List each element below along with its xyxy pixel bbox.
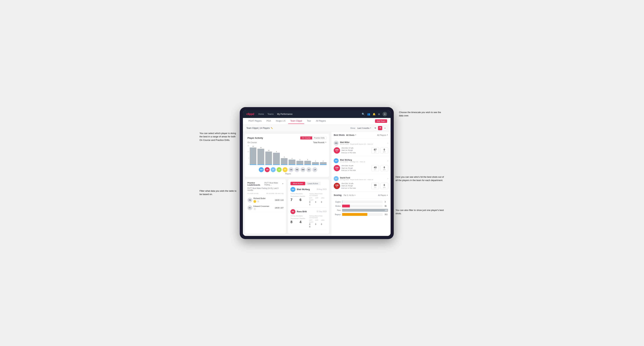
add-circle-icon[interactable]: ⊕ <box>378 113 380 116</box>
all-shots-tab[interactable]: All Shots ▼ <box>346 134 356 136</box>
nav-link-teams[interactable]: Teams <box>268 112 274 116</box>
bar-9 <box>312 162 319 165</box>
shot-player-details-3: 24 Aug 2023 · Royal North Devon GC · Hol… <box>340 179 373 180</box>
show-dropdown[interactable]: Last 3 months ▼ <box>357 127 371 129</box>
practice-label-2: Practice <box>300 218 308 219</box>
shot-player-details-1: 09 Jun 2023 · Royal North Devon GC · Hol… <box>340 143 373 145</box>
practice-val-1: 6 <box>300 198 308 202</box>
search-icon[interactable]: 🔍 <box>362 113 365 116</box>
practice-activities-label-2: Total Practice Activities <box>309 215 326 219</box>
bar-value-8: 3 <box>307 159 308 161</box>
shot-start-lie-1: Start Lie: Rough <box>342 149 370 152</box>
player-avatar-8: MM <box>300 167 306 172</box>
scoring-filter-1-label: Par 3, 4 & 5s <box>344 194 354 196</box>
shot-yds-label-1: yds <box>374 151 376 153</box>
shot-dist-2: Shot Dist: 43 yds <box>342 165 370 167</box>
player-activity-card: Player Activity On Course Practice Drill… <box>245 134 329 177</box>
subnav-pgat[interactable]: PGAT Players <box>246 118 264 124</box>
shot-sg-value-2: 200 <box>335 167 338 169</box>
bogeys-label: Bogeys <box>334 213 341 215</box>
col-player-name: PLAYER NAME <box>248 192 266 194</box>
all-players-tab[interactable]: All Players ▼ <box>377 134 388 136</box>
best-shots-title: Best Shots <box>334 134 345 136</box>
right-panel: Best Shots All Shots ▼ All Players ▼ <box>331 132 390 236</box>
shot-card-3[interactable]: DF David Ford 24 Aug 2023 · Royal North … <box>331 174 390 192</box>
bar-3 <box>265 152 272 165</box>
bar-value-6: 4 <box>292 158 292 159</box>
y-label-0: 0 <box>248 163 249 165</box>
activity-header: Player Activity On Course Practice Drill… <box>248 136 326 140</box>
subnav-hcaps[interactable]: Hcaps 1-5 <box>274 118 288 124</box>
practice-drills-toggle[interactable]: Practice Drills <box>312 137 326 140</box>
active-player-card-1: BM Blair McHarg 26 Aug 2023 Total Rounds <box>290 187 326 207</box>
shot-player-info-3: DF David Ford 24 Aug 2023 · Royal North … <box>334 176 373 181</box>
heart-view-button[interactable]: ❤ <box>378 126 382 130</box>
subnav-team-clippd[interactable]: Team Clippd <box>288 118 304 124</box>
stats-row-2: Total Rounds Tournament Practice 8 4 <box>290 215 326 228</box>
on-course-toggle[interactable]: On Course <box>300 137 312 140</box>
player-avatar-3: DF <box>271 167 276 172</box>
bar-wrapper-5: 5 <box>281 156 288 165</box>
shot-sg-label-1: SG <box>336 151 338 152</box>
player-avatar-1: BM <box>259 167 264 172</box>
most-active-tab[interactable]: Most Active <box>290 182 305 185</box>
subnav-all-players[interactable]: All Players <box>314 118 328 124</box>
bar-accent-2 <box>258 165 264 165</box>
y-label-15: 15 <box>248 145 249 147</box>
avatar[interactable]: A <box>382 112 387 116</box>
bell-icon[interactable]: 🔔 <box>372 113 376 116</box>
bar-8 <box>304 161 311 165</box>
shot-card-2[interactable]: BM Blair McHarg 23 Jul 2023 · Ashridge G… <box>331 156 390 174</box>
shot-yds-label-3: yds <box>374 186 376 188</box>
shot-player-info-1: MM Matt Miller 09 Jun 2023 · Royal North… <box>334 141 373 146</box>
bar-wrapper-8: 3 <box>304 159 311 165</box>
shot-dist-1: Shot Dist: 67 yds <box>342 147 370 149</box>
bar-accent-1 <box>250 165 256 165</box>
active-player-name-1: Blair McHarg <box>297 188 310 191</box>
leaderboard-dropdown[interactable]: PUTT Must Make Putting ... ▼ <box>264 182 284 186</box>
edit-icon[interactable]: ✏️ <box>271 127 273 129</box>
eagles-value: 3 <box>385 201 388 203</box>
nav-link-performance[interactable]: My Performance <box>277 112 292 116</box>
leaderboard-dropdown-label: PUTT Must Make Putting ... <box>264 182 282 186</box>
show-value: Last 3 months <box>357 127 370 129</box>
scoring-filter-2[interactable]: All Players ▼ <box>378 194 388 196</box>
bar-wrapper-9: 2 <box>312 160 319 165</box>
add-team-button[interactable]: Add Team <box>375 119 387 123</box>
birdies-bar-track <box>342 205 382 207</box>
x-axis-label: Players <box>250 173 326 175</box>
shot-sg-label-2: SG <box>336 169 338 170</box>
leaderboard-cols: PLAYER NAME PB SCORE PB AVG SQ <box>248 192 284 195</box>
scoring-filter-1[interactable]: Par 3, 4 & 5s ▼ <box>344 194 356 196</box>
shot-sg-badge-1: 200 SG <box>334 147 340 154</box>
team-title-text: Team Clippd | 14 Players <box>246 127 270 129</box>
shot-avatar-3: DF <box>334 176 338 181</box>
list-view-button[interactable]: ≡ <box>383 126 387 130</box>
scoring-row-pars: Pars 499 <box>334 209 388 212</box>
shot-player-header-1: MM Matt Miller 09 Jun 2023 · Royal North… <box>334 141 388 146</box>
chart-dropdown[interactable]: Total Rounds ▼ <box>313 141 326 144</box>
shot-yds-1: 67 yds <box>371 147 379 154</box>
subnav-pga[interactable]: PGA <box>264 118 273 124</box>
bar-wrapper-1: 13 <box>250 146 256 165</box>
bar-accent-4 <box>273 165 280 165</box>
shot-card-1[interactable]: MM Matt Miller 09 Jun 2023 · Royal North… <box>331 139 390 156</box>
shot-player-meta-1: Matt Miller 09 Jun 2023 · Royal North De… <box>340 141 373 145</box>
practice-activities-label-1: Total Practice Activities <box>309 193 326 196</box>
leaderboard-title: Practice Leaderboards <box>248 182 264 186</box>
grid-view-button[interactable]: ⊞ <box>373 126 377 130</box>
users-icon[interactable]: 👥 <box>367 113 370 116</box>
nav-link-home[interactable]: Home <box>258 112 264 116</box>
shot-sg-value-3: 198 <box>335 184 338 186</box>
subnav-tour[interactable]: Tour <box>305 118 313 124</box>
least-active-tab[interactable]: Least Active <box>305 182 320 185</box>
top-nav: clippd Home Teams My Performance 🔍 👥 🔔 ⊕… <box>243 110 390 118</box>
col-pb-avg: PB AVG SQ <box>275 192 284 194</box>
chevron-down-icon: ▼ <box>370 127 371 129</box>
view-icons: ⊞ ❤ ≡ <box>373 126 387 130</box>
pars-label: Pars <box>334 209 341 211</box>
bar-accent-10 <box>320 165 327 165</box>
tournament-label-2: Tournament <box>290 218 299 219</box>
pb-score-1: 19/20 <box>275 199 280 201</box>
bar-wrapper-2: 12 <box>258 147 264 165</box>
